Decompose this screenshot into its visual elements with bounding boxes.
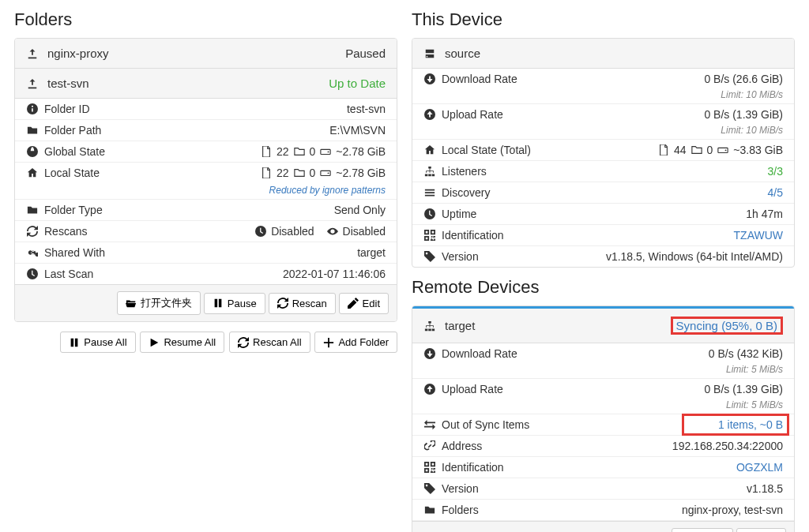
row-label: Last Scan bbox=[44, 268, 93, 280]
remote-version-row: Version v1.18.5 bbox=[412, 478, 794, 500]
folder-o-icon bbox=[294, 146, 305, 157]
uptime-row: Uptime 1h 47m bbox=[412, 204, 794, 225]
qr-icon bbox=[423, 230, 435, 241]
download-rate-row: Download Rate 0 B/s (26.6 GiB) bbox=[412, 69, 794, 89]
pencil-icon bbox=[348, 298, 359, 309]
upload-icon bbox=[26, 78, 38, 89]
rescan-all-button[interactable]: Rescan All bbox=[229, 332, 310, 353]
edit-button[interactable]: Edit bbox=[339, 293, 389, 314]
pause-button[interactable]: Pause bbox=[204, 293, 265, 314]
hdd-o-icon bbox=[320, 167, 331, 178]
remote-pause-button[interactable]: Pause bbox=[672, 528, 733, 532]
this-device-panel: source Download Rate 0 B/s (26.6 GiB) Li… bbox=[412, 38, 795, 268]
file-icon bbox=[658, 144, 669, 155]
folder-o-icon bbox=[691, 144, 702, 155]
refresh-icon bbox=[238, 337, 249, 348]
row-label: Folder Type bbox=[44, 204, 103, 216]
address-row: Address 192.168.250.34:22000 bbox=[412, 436, 794, 457]
rescan-button[interactable]: Rescan bbox=[269, 293, 336, 314]
folder-type-value: Send Only bbox=[334, 204, 386, 216]
row-label: Folder ID bbox=[44, 103, 90, 115]
clock-icon bbox=[26, 268, 38, 279]
resume-all-button[interactable]: Resume All bbox=[140, 332, 224, 353]
folder-icon bbox=[26, 125, 38, 136]
exchange-icon bbox=[423, 187, 435, 198]
clock-icon bbox=[255, 226, 266, 237]
remote-identification-row: Identification OGZXLM bbox=[412, 457, 794, 478]
remote-identification-link[interactable]: OGZXLM bbox=[736, 461, 783, 474]
download-limit: Limit: 10 MiB/s bbox=[412, 89, 794, 103]
upload-cloud-icon bbox=[423, 384, 435, 395]
listeners-link[interactable]: 3/3 bbox=[768, 165, 783, 178]
this-device-heading: This Device bbox=[412, 9, 795, 30]
hdd-o-icon bbox=[320, 146, 331, 157]
qr-icon bbox=[423, 462, 435, 473]
upload-cloud-icon bbox=[423, 109, 435, 120]
remote-device-name: target bbox=[445, 319, 661, 332]
folders-panel: nginx-proxy Paused test-svn Up to Date F… bbox=[14, 38, 397, 322]
open-folder-button[interactable]: 打开文件夹 bbox=[117, 291, 201, 315]
listeners-row: Listeners 3/3 bbox=[412, 161, 794, 182]
remote-device-panel: target Syncing (95%, 0 B) Download Rate … bbox=[412, 305, 795, 532]
shared-with-value: target bbox=[357, 246, 386, 259]
download-icon bbox=[423, 348, 435, 359]
row-label: Global State bbox=[44, 145, 105, 158]
identification-link[interactable]: TZAWUW bbox=[734, 229, 783, 242]
remote-download-limit: Limit: 5 MiB/s bbox=[412, 364, 794, 378]
folder-name: nginx-proxy bbox=[47, 47, 336, 60]
refresh-icon bbox=[277, 298, 288, 309]
folder-details: Folder ID test-svn Folder Path E:\VM\SVN… bbox=[15, 99, 397, 284]
link-icon bbox=[423, 440, 435, 451]
folder-item-nginx[interactable]: nginx-proxy Paused bbox=[15, 39, 397, 69]
folders-heading: Folders bbox=[14, 9, 397, 30]
remote-device-header[interactable]: target Syncing (95%, 0 B) bbox=[412, 306, 794, 343]
rescans-value: Disabled Disabled bbox=[255, 225, 386, 238]
folder-path-value: E:\VM\SVN bbox=[329, 124, 386, 137]
pause-all-button[interactable]: Pause All bbox=[60, 332, 135, 353]
folder-o-icon bbox=[294, 167, 305, 178]
exchange-icon bbox=[423, 419, 435, 430]
remote-devices-heading: Remote Devices bbox=[412, 277, 795, 298]
out-of-sync-row: Out of Sync Items 1 items, ~0 B bbox=[412, 414, 794, 436]
last-scan-value: 2022-01-07 11:46:06 bbox=[283, 268, 386, 280]
hdd-icon bbox=[423, 48, 435, 59]
row-label: Shared With bbox=[44, 246, 105, 259]
file-icon bbox=[261, 146, 272, 157]
discovery-link[interactable]: 4/5 bbox=[768, 186, 783, 199]
refresh-icon bbox=[26, 226, 38, 237]
version-row: Version v1.18.5, Windows (64-bit Intel/A… bbox=[412, 246, 794, 267]
folders-global-buttons: Pause All Resume All Rescan All Add Fold… bbox=[14, 332, 397, 353]
reduced-note[interactable]: Reduced by ignore patterns bbox=[15, 183, 397, 200]
remote-upload-limit: Limit: 5 MiB/s bbox=[412, 399, 794, 414]
folder-item-testsvn[interactable]: test-svn Up to Date bbox=[15, 69, 397, 99]
clock-icon bbox=[423, 208, 435, 219]
row-label: Rescans bbox=[44, 225, 87, 238]
share-icon bbox=[26, 247, 38, 258]
sitemap-icon bbox=[423, 166, 435, 177]
add-folder-button[interactable]: Add Folder bbox=[314, 332, 397, 353]
remote-upload-row: Upload Rate 0 B/s (1.39 GiB) bbox=[412, 379, 794, 399]
device-header[interactable]: source bbox=[412, 39, 794, 69]
remote-download-row: Download Rate 0 B/s (432 KiB) bbox=[412, 343, 794, 364]
global-state-value: 22 0 ~2.78 GiB bbox=[261, 145, 386, 158]
identification-row: Identification TZAWUW bbox=[412, 225, 794, 246]
tag-icon bbox=[423, 251, 435, 262]
eye-icon bbox=[327, 226, 338, 237]
home-icon bbox=[26, 167, 38, 178]
row-label: Local State bbox=[44, 167, 100, 179]
download-icon bbox=[423, 73, 435, 84]
folder-id-value: test-svn bbox=[347, 103, 386, 115]
local-state-row: Local State (Total) 44 0 ~3.83 GiB bbox=[412, 140, 794, 161]
upload-rate-row: Upload Rate 0 B/s (1.39 GiB) bbox=[412, 104, 794, 125]
remote-folders-row: Folders nginx-proxy, test-svn bbox=[412, 500, 794, 521]
info-icon bbox=[26, 103, 38, 114]
remote-edit-button[interactable]: Edit bbox=[736, 528, 786, 532]
file-icon bbox=[261, 167, 272, 178]
folder-status: Up to Date bbox=[329, 77, 386, 90]
pause-icon bbox=[69, 337, 80, 348]
plus-icon bbox=[323, 337, 334, 348]
remote-footer: Pause Edit bbox=[412, 521, 794, 532]
out-of-sync-link[interactable]: 1 items, ~0 B bbox=[718, 418, 783, 431]
play-icon bbox=[149, 337, 160, 348]
remote-device-status: Syncing (95%, 0 B) bbox=[671, 317, 783, 335]
